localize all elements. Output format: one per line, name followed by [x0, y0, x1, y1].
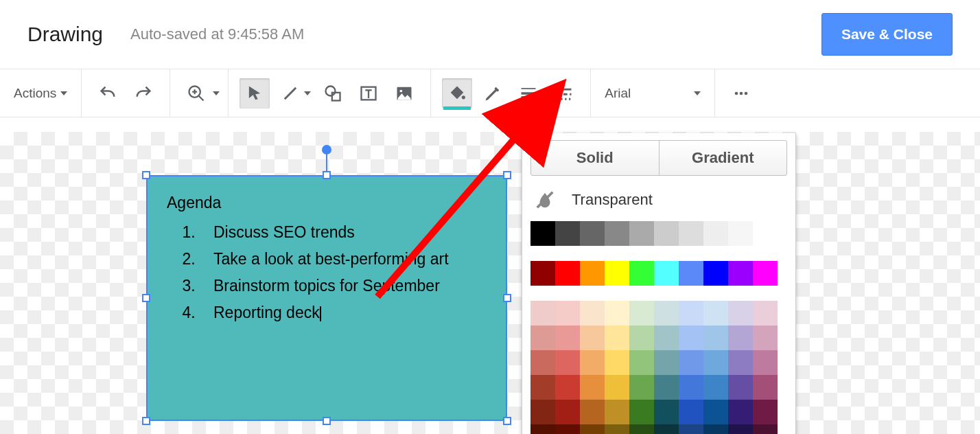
color-swatch[interactable]	[555, 301, 580, 326]
color-swatch[interactable]	[679, 375, 703, 400]
save-close-button[interactable]: Save & Close	[821, 13, 953, 56]
color-swatch[interactable]	[555, 261, 580, 286]
color-swatch[interactable]	[530, 261, 555, 286]
more-button[interactable]	[726, 78, 756, 108]
color-swatch[interactable]	[605, 350, 629, 375]
color-swatch[interactable]	[679, 221, 703, 246]
color-swatch[interactable]	[580, 350, 605, 375]
color-swatch[interactable]	[530, 301, 555, 326]
zoom-button[interactable]	[181, 78, 211, 108]
resize-handle[interactable]	[323, 417, 331, 425]
color-swatch[interactable]	[753, 424, 778, 434]
color-swatch[interactable]	[580, 301, 605, 326]
color-swatch[interactable]	[728, 326, 753, 350]
color-swatch[interactable]	[580, 400, 605, 424]
color-swatch[interactable]	[753, 301, 778, 326]
color-swatch[interactable]	[530, 350, 555, 375]
list-item[interactable]: Discuss SEO trends	[200, 219, 487, 246]
color-swatch[interactable]	[605, 301, 629, 326]
resize-handle[interactable]	[503, 171, 511, 179]
color-swatch[interactable]	[629, 375, 654, 400]
color-swatch[interactable]	[530, 326, 555, 350]
color-swatch[interactable]	[654, 261, 679, 286]
color-swatch[interactable]	[728, 261, 753, 286]
color-swatch[interactable]	[629, 221, 654, 246]
color-swatch[interactable]	[679, 326, 703, 350]
color-swatch[interactable]	[629, 424, 654, 434]
fill-color-button[interactable]	[442, 78, 472, 108]
color-swatch[interactable]	[629, 261, 654, 286]
color-swatch[interactable]	[629, 301, 654, 326]
textbox-list[interactable]: Discuss SEO trends Take a look at best-p…	[167, 219, 487, 326]
color-swatch[interactable]	[728, 424, 753, 434]
rotate-handle[interactable]	[322, 145, 331, 155]
color-swatch[interactable]	[654, 375, 679, 400]
list-item[interactable]: Brainstorm topics for September	[200, 273, 487, 299]
color-swatch[interactable]	[728, 375, 753, 400]
color-swatch[interactable]	[703, 350, 728, 375]
color-swatch[interactable]	[703, 261, 728, 286]
font-select[interactable]: Arial	[591, 69, 714, 117]
color-swatch[interactable]	[580, 326, 605, 350]
color-swatch[interactable]	[679, 350, 703, 375]
color-swatch[interactable]	[753, 350, 778, 375]
color-swatch[interactable]	[555, 400, 580, 424]
color-swatch[interactable]	[654, 400, 679, 424]
resize-handle[interactable]	[503, 417, 511, 425]
border-color-button[interactable]	[478, 78, 508, 108]
color-swatch[interactable]	[555, 424, 580, 434]
resize-handle[interactable]	[503, 294, 511, 302]
tab-gradient[interactable]: Gradient	[660, 141, 787, 175]
color-swatch[interactable]	[753, 221, 778, 246]
resize-handle[interactable]	[142, 417, 150, 425]
color-swatch[interactable]	[654, 424, 679, 434]
tab-solid[interactable]: Solid	[531, 141, 660, 175]
color-swatch[interactable]	[703, 326, 728, 350]
redo-button[interactable]	[128, 78, 159, 108]
color-swatch[interactable]	[530, 424, 555, 434]
color-swatch[interactable]	[654, 326, 679, 350]
color-swatch[interactable]	[753, 326, 778, 350]
color-swatch[interactable]	[605, 261, 629, 286]
color-swatch[interactable]	[679, 400, 703, 424]
color-swatch[interactable]	[580, 221, 605, 246]
select-tool[interactable]	[240, 78, 270, 108]
color-swatch[interactable]	[753, 375, 778, 400]
border-dash-button[interactable]	[549, 78, 579, 108]
undo-button[interactable]	[93, 78, 123, 108]
line-tool[interactable]	[275, 78, 305, 108]
color-swatch[interactable]	[555, 350, 580, 375]
color-swatch[interactable]	[555, 326, 580, 350]
transparent-option[interactable]: Transparent	[530, 187, 787, 221]
color-swatch[interactable]	[605, 424, 629, 434]
color-swatch[interactable]	[703, 301, 728, 326]
color-swatch[interactable]	[629, 400, 654, 424]
color-swatch[interactable]	[530, 375, 555, 400]
color-swatch[interactable]	[753, 400, 778, 424]
color-swatch[interactable]	[728, 400, 753, 424]
color-swatch[interactable]	[728, 350, 753, 375]
canvas[interactable]: Agenda Discuss SEO trends Take a look at…	[0, 132, 980, 434]
color-swatch[interactable]	[703, 221, 728, 246]
caret-down-icon[interactable]	[213, 91, 220, 95]
color-swatch[interactable]	[580, 375, 605, 400]
border-weight-button[interactable]	[513, 78, 544, 108]
color-swatch[interactable]	[679, 301, 703, 326]
shape-tool[interactable]	[318, 78, 348, 108]
color-swatch[interactable]	[580, 261, 605, 286]
color-swatch[interactable]	[703, 375, 728, 400]
color-swatch[interactable]	[605, 326, 629, 350]
resize-handle[interactable]	[323, 171, 331, 179]
selected-textbox[interactable]: Agenda Discuss SEO trends Take a look at…	[146, 175, 507, 421]
color-swatch[interactable]	[679, 261, 703, 286]
color-swatch[interactable]	[728, 221, 753, 246]
color-swatch[interactable]	[753, 261, 778, 286]
color-swatch[interactable]	[555, 221, 580, 246]
color-swatch[interactable]	[728, 301, 753, 326]
color-swatch[interactable]	[605, 375, 629, 400]
color-swatch[interactable]	[530, 221, 555, 246]
color-swatch[interactable]	[605, 400, 629, 424]
resize-handle[interactable]	[142, 171, 150, 179]
list-item[interactable]: Take a look at best-performing art	[200, 246, 487, 273]
actions-menu[interactable]: Actions	[8, 86, 73, 101]
